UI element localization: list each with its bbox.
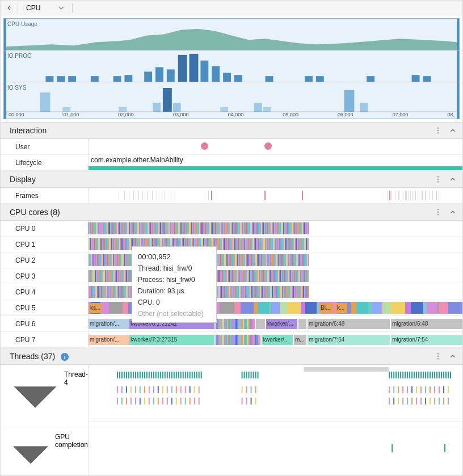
tooltip-cpu: CPU: 0 bbox=[138, 298, 211, 306]
profiler-view-selector[interactable]: CPU bbox=[20, 4, 70, 12]
row-label: Lifecycle bbox=[1, 155, 89, 170]
svg-rect-168 bbox=[131, 398, 132, 405]
lifecycle-track[interactable]: com.example.other.MainAbility bbox=[89, 155, 462, 170]
svg-rect-82 bbox=[180, 372, 182, 378]
svg-rect-57 bbox=[124, 372, 125, 378]
svg-rect-128 bbox=[117, 386, 118, 393]
svg-rect-133 bbox=[140, 386, 141, 393]
svg-rect-14 bbox=[234, 75, 242, 82]
row-cpu-3: CPU 3 bbox=[1, 268, 462, 284]
svg-rect-146 bbox=[199, 386, 200, 393]
io-proc-chart bbox=[6, 50, 457, 82]
svg-rect-190 bbox=[398, 398, 399, 405]
svg-rect-94 bbox=[246, 372, 247, 378]
section-header-display[interactable]: Display bbox=[1, 171, 462, 188]
svg-rect-19 bbox=[412, 75, 420, 82]
svg-rect-178 bbox=[176, 398, 177, 405]
section-header-threads[interactable]: Threads (37) i bbox=[1, 348, 462, 365]
track-io-sys[interactable]: 00,00001,00002,00003,00004,00005,00006,0… bbox=[4, 82, 459, 119]
svg-rect-7 bbox=[155, 67, 163, 82]
svg-rect-95 bbox=[249, 372, 250, 378]
svg-rect-163 bbox=[443, 386, 444, 393]
svg-rect-75 bbox=[165, 372, 166, 378]
svg-point-46 bbox=[437, 181, 439, 182]
svg-rect-107 bbox=[405, 372, 406, 378]
section-header-cpu-cores[interactable]: CPU cores (8) bbox=[1, 204, 462, 221]
svg-rect-176 bbox=[167, 398, 168, 405]
thread-track[interactable] bbox=[89, 365, 462, 427]
svg-rect-158 bbox=[420, 386, 422, 393]
svg-rect-199 bbox=[439, 398, 440, 405]
gpu-completion-track[interactable] bbox=[89, 427, 462, 476]
svg-rect-186 bbox=[251, 398, 252, 405]
svg-rect-127 bbox=[450, 372, 451, 378]
svg-rect-181 bbox=[190, 398, 191, 405]
svg-rect-124 bbox=[443, 372, 444, 378]
section-header-interaction[interactable]: Interaction bbox=[1, 122, 462, 139]
caret-down-icon bbox=[9, 370, 62, 424]
tooltip-time: 00:00,952 bbox=[138, 252, 211, 261]
user-events-track[interactable] bbox=[89, 139, 462, 154]
svg-rect-24 bbox=[153, 103, 161, 112]
svg-rect-160 bbox=[430, 386, 431, 393]
thread-label[interactable]: GPU completion bbox=[1, 427, 89, 476]
track-label: IO SYS bbox=[7, 85, 26, 91]
svg-rect-156 bbox=[411, 386, 413, 393]
svg-rect-183 bbox=[199, 398, 200, 405]
frames-track[interactable] bbox=[89, 188, 462, 203]
svg-rect-117 bbox=[427, 372, 428, 378]
row-lifecycle: Lifecycle com.example.other.MainAbility bbox=[1, 155, 462, 171]
svg-rect-88 bbox=[194, 372, 195, 378]
svg-rect-114 bbox=[420, 372, 422, 378]
svg-rect-63 bbox=[137, 372, 138, 378]
kebab-icon[interactable] bbox=[434, 127, 442, 134]
svg-rect-93 bbox=[244, 372, 245, 378]
svg-rect-28 bbox=[254, 103, 262, 112]
svg-point-51 bbox=[437, 356, 439, 357]
svg-rect-151 bbox=[389, 386, 390, 393]
user-event-dot[interactable] bbox=[264, 142, 272, 150]
thread-label[interactable]: Thread-4 bbox=[1, 365, 89, 427]
svg-rect-201 bbox=[448, 398, 449, 405]
svg-rect-113 bbox=[418, 372, 419, 378]
svg-rect-161 bbox=[434, 386, 435, 393]
chevron-up-icon[interactable] bbox=[449, 208, 457, 216]
track-label: CPU Usage bbox=[7, 21, 37, 27]
arrow-left-icon bbox=[5, 4, 13, 12]
overview-timeline[interactable]: CPU Usage bbox=[3, 18, 460, 119]
svg-point-41 bbox=[437, 127, 439, 128]
kebab-icon[interactable] bbox=[434, 352, 442, 360]
svg-rect-109 bbox=[409, 372, 410, 378]
chevron-up-icon[interactable] bbox=[449, 175, 457, 183]
info-icon[interactable]: i bbox=[61, 353, 69, 361]
cpu-label: CPU 0 bbox=[1, 221, 89, 236]
cpu-usage-chart bbox=[6, 19, 457, 50]
track-cpu-usage[interactable]: CPU Usage bbox=[4, 19, 459, 50]
lifecycle-bar[interactable] bbox=[89, 166, 462, 170]
row-cpu-1: CPU 1 bbox=[1, 237, 462, 252]
svg-rect-1 bbox=[57, 76, 65, 82]
svg-rect-182 bbox=[194, 398, 195, 405]
svg-rect-119 bbox=[432, 372, 433, 378]
svg-rect-11 bbox=[200, 61, 208, 82]
cpu-track[interactable]: migration/...kworker/7:3:27315kworker/..… bbox=[89, 332, 462, 347]
row-cpu-2: CPU 2 bbox=[1, 252, 462, 268]
thread-activity-chart bbox=[89, 365, 462, 427]
svg-rect-26 bbox=[173, 103, 181, 112]
svg-rect-30 bbox=[344, 90, 355, 112]
chevron-up-icon[interactable] bbox=[449, 127, 457, 134]
track-label: IO PROC bbox=[7, 53, 31, 59]
kebab-icon[interactable] bbox=[434, 208, 442, 216]
cpu-track[interactable] bbox=[89, 221, 462, 236]
user-event-dot[interactable] bbox=[201, 142, 208, 150]
svg-rect-100 bbox=[389, 372, 390, 378]
back-button[interactable] bbox=[3, 2, 15, 14]
svg-rect-136 bbox=[153, 386, 154, 393]
svg-rect-12 bbox=[212, 66, 220, 82]
svg-rect-123 bbox=[441, 372, 442, 378]
track-io-proc[interactable]: IO PROC bbox=[4, 50, 459, 82]
kebab-icon[interactable] bbox=[434, 175, 442, 183]
svg-rect-187 bbox=[255, 398, 256, 405]
chevron-up-icon[interactable] bbox=[449, 352, 457, 360]
svg-point-43 bbox=[437, 132, 439, 133]
